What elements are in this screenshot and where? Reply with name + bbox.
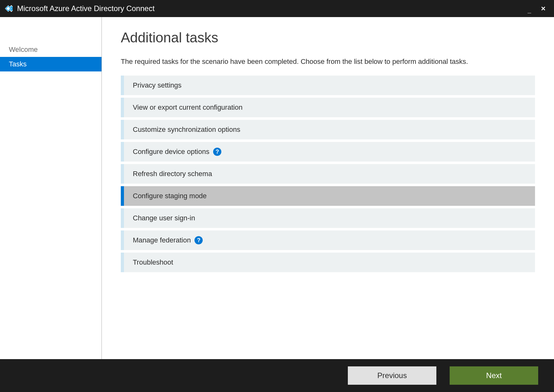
task-label: Manage federation xyxy=(124,236,191,244)
task-view-export-config[interactable]: View or export current configuration xyxy=(121,98,535,117)
task-label: View or export current configuration xyxy=(124,103,243,112)
page-title: Additional tasks xyxy=(121,30,535,46)
body-area: Welcome Tasks Additional tasks The requi… xyxy=(0,17,554,359)
task-accent xyxy=(121,186,124,206)
task-label: Change user sign-in xyxy=(124,214,195,222)
sidebar-item-welcome[interactable]: Welcome xyxy=(0,42,102,57)
task-accent xyxy=(121,120,124,139)
task-manage-federation[interactable]: Manage federation ? xyxy=(121,230,535,250)
task-customize-sync[interactable]: Customize synchronization options xyxy=(121,120,535,139)
help-icon[interactable]: ? xyxy=(213,148,221,156)
task-accent xyxy=(121,230,124,250)
task-label: Customize synchronization options xyxy=(124,126,240,134)
task-label: Configure staging mode xyxy=(124,192,207,200)
task-accent xyxy=(121,164,124,184)
task-accent xyxy=(121,142,124,162)
sidebar: Welcome Tasks xyxy=(0,17,102,359)
close-button[interactable]: × xyxy=(536,2,550,15)
title-bar: Microsoft Azure Active Directory Connect… xyxy=(0,0,554,17)
task-privacy-settings[interactable]: Privacy settings xyxy=(121,76,535,95)
next-button[interactable]: Next xyxy=(450,366,538,385)
task-configure-device-options[interactable]: Configure device options ? xyxy=(121,142,535,162)
task-label: Privacy settings xyxy=(124,81,182,89)
task-label: Refresh directory schema xyxy=(124,170,212,178)
page-description: The required tasks for the scenario have… xyxy=(121,56,535,67)
sidebar-item-label: Tasks xyxy=(9,60,27,68)
task-accent xyxy=(121,76,124,95)
minimize-button[interactable]: _ xyxy=(522,2,536,15)
task-label: Troubleshoot xyxy=(124,258,173,266)
footer: Previous Next xyxy=(0,359,554,392)
help-icon[interactable]: ? xyxy=(194,236,203,244)
task-label: Configure device options xyxy=(124,148,209,156)
task-change-user-signin[interactable]: Change user sign-in xyxy=(121,208,535,228)
sidebar-item-tasks[interactable]: Tasks xyxy=(0,57,102,71)
task-configure-staging-mode[interactable]: Configure staging mode xyxy=(121,186,535,206)
azure-logo-icon xyxy=(4,4,13,13)
task-accent xyxy=(121,98,124,117)
task-accent xyxy=(121,208,124,228)
task-accent xyxy=(121,253,124,272)
task-refresh-directory-schema[interactable]: Refresh directory schema xyxy=(121,164,535,184)
main-content: Additional tasks The required tasks for … xyxy=(102,17,554,359)
sidebar-item-label: Welcome xyxy=(9,46,38,53)
task-troubleshoot[interactable]: Troubleshoot xyxy=(121,253,535,272)
previous-button[interactable]: Previous xyxy=(348,366,436,385)
window-title: Microsoft Azure Active Directory Connect xyxy=(17,4,522,13)
task-list: Privacy settings View or export current … xyxy=(121,76,535,272)
